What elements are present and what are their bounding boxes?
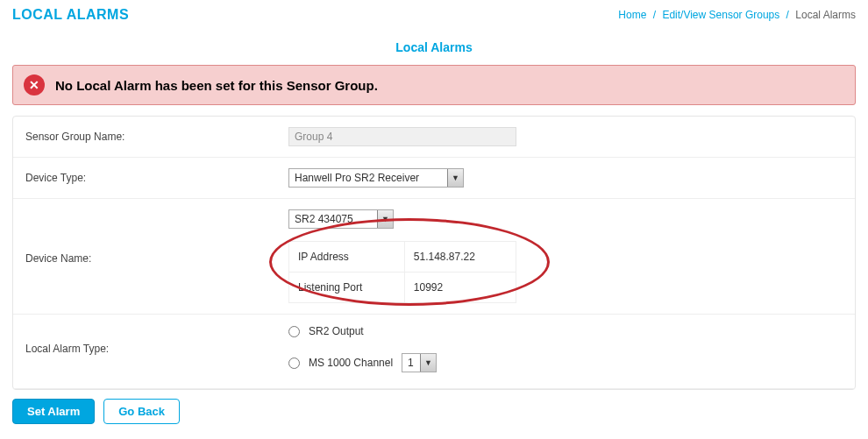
set-alarm-button[interactable]: Set Alarm [12, 399, 95, 424]
sub-heading: Local Alarms [0, 26, 868, 65]
listening-port-label: Listening Port [289, 273, 405, 303]
device-name-label: Device Name: [25, 249, 288, 265]
device-info-table: IP Address 51.148.87.22 Listening Port 1… [288, 241, 516, 303]
ip-address-label: IP Address [289, 242, 405, 273]
ms1000-channel-radio[interactable] [288, 358, 300, 369]
breadcrumb-sep: / [653, 9, 656, 21]
page-heading: LOCAL ALARMS [12, 7, 129, 23]
device-type-label: Device Type: [25, 168, 288, 184]
chevron-down-icon: ▼ [447, 169, 463, 187]
chevron-down-icon: ▼ [377, 210, 393, 228]
ms1000-channel-label: MS 1000 Channel [309, 357, 393, 369]
listening-port-value: 10992 [404, 273, 516, 303]
alert-banner: ✕ No Local Alarm has been set for this S… [12, 65, 856, 105]
device-type-select[interactable]: Hanwell Pro SR2 Receiver ▼ [288, 168, 464, 188]
channel-select[interactable]: 1 ▼ [402, 353, 437, 372]
table-row: IP Address 51.148.87.22 [289, 242, 516, 273]
device-type-value: Hanwell Pro SR2 Receiver [289, 172, 424, 184]
breadcrumb-current: Local Alarms [795, 9, 856, 21]
form-panel: Sensor Group Name: Group 4 Device Type: … [12, 116, 856, 390]
breadcrumb-home[interactable]: Home [618, 9, 646, 21]
device-name-value: SR2 434075 [289, 213, 377, 225]
ip-address-value: 51.148.87.22 [404, 242, 516, 273]
breadcrumb: Home / Edit/View Sensor Groups / Local A… [618, 9, 856, 21]
chevron-down-icon: ▼ [420, 354, 436, 372]
alert-message: No Local Alarm has been set for this Sen… [55, 78, 378, 93]
breadcrumb-sep: / [786, 9, 789, 21]
go-back-button[interactable]: Go Back [103, 399, 180, 424]
device-name-select[interactable]: SR2 434075 ▼ [288, 209, 394, 229]
error-icon: ✕ [24, 74, 45, 96]
sensor-group-name-field: Group 4 [288, 127, 516, 146]
local-alarm-type-label: Local Alarm Type: [25, 325, 288, 355]
table-row: Listening Port 10992 [289, 273, 516, 303]
sr2-output-label: SR2 Output [309, 325, 364, 337]
channel-value: 1 [402, 357, 419, 369]
breadcrumb-sensor-groups[interactable]: Edit/View Sensor Groups [662, 9, 779, 21]
sensor-group-name-label: Sensor Group Name: [25, 127, 288, 143]
sr2-output-radio[interactable] [288, 326, 300, 337]
